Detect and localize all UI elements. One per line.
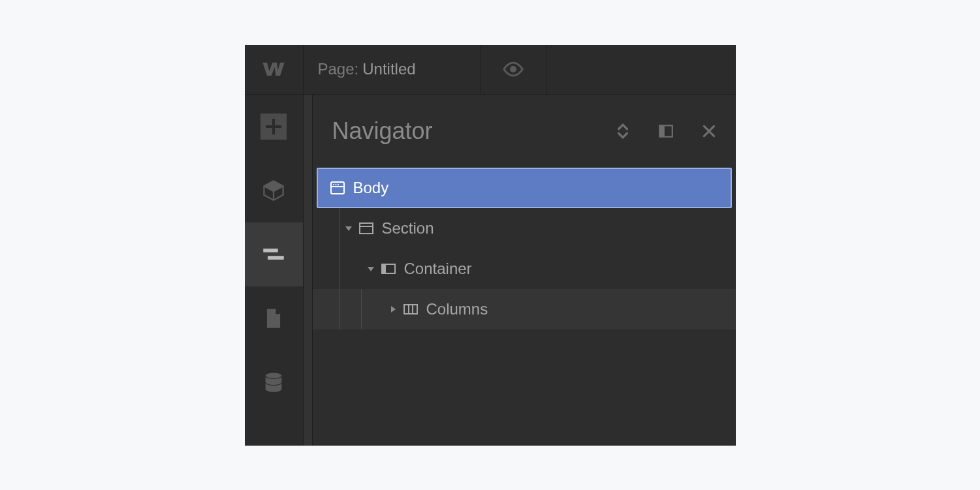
tree-item-section[interactable]: Section <box>313 208 736 249</box>
page-label-prefix: Page: <box>318 60 359 78</box>
navigator-panel: Navigator <box>313 95 736 446</box>
svg-rect-17 <box>382 264 386 273</box>
panel-dock-icon <box>657 123 674 140</box>
tree-item-body[interactable]: Body <box>317 168 732 208</box>
columns-icon <box>403 301 419 317</box>
collapse-all-button[interactable] <box>613 121 633 141</box>
svg-rect-3 <box>266 125 281 128</box>
svg-rect-9 <box>331 182 344 194</box>
close-panel-button[interactable] <box>699 121 719 141</box>
tree-item-label: Container <box>404 260 472 278</box>
preview-button[interactable] <box>481 45 546 95</box>
main-area: Navigator <box>245 95 736 446</box>
tree-item-label: Body <box>353 179 389 197</box>
svg-rect-8 <box>659 125 665 136</box>
plus-square-icon <box>259 112 288 141</box>
page-title: Untitled <box>362 60 415 78</box>
database-icon <box>262 371 285 394</box>
dock-panel-button[interactable] <box>656 121 676 141</box>
add-elements-button[interactable] <box>245 95 303 159</box>
page-selector[interactable]: Page: Untitled <box>304 45 481 95</box>
svg-rect-4 <box>263 249 278 253</box>
disclosure-triangle[interactable] <box>344 224 353 232</box>
page-icon <box>262 307 285 330</box>
svg-point-11 <box>335 184 336 185</box>
svg-rect-18 <box>404 305 417 314</box>
navigator-button[interactable] <box>245 222 303 286</box>
close-icon <box>701 123 718 140</box>
section-icon <box>358 221 374 236</box>
panel-title: Navigator <box>332 117 613 145</box>
top-bar-spacer <box>546 45 736 95</box>
collapse-icon <box>614 123 631 140</box>
svg-rect-14 <box>360 223 373 234</box>
svg-point-12 <box>338 184 339 185</box>
cms-button[interactable] <box>245 350 303 414</box>
disclosure-triangle[interactable] <box>366 265 375 273</box>
app-window: Page: Untitled <box>245 45 736 446</box>
navigator-icon <box>262 243 285 266</box>
left-rail <box>245 95 304 446</box>
panel-grip[interactable] <box>304 95 313 446</box>
svg-rect-5 <box>268 256 284 260</box>
symbols-button[interactable] <box>245 159 303 222</box>
svg-point-10 <box>333 184 334 185</box>
pages-button[interactable] <box>245 286 303 350</box>
tree-item-label: Columns <box>426 300 488 318</box>
cube-icon <box>262 179 285 202</box>
container-icon <box>381 261 396 277</box>
tree-item-label: Section <box>382 219 434 237</box>
top-bar: Page: Untitled <box>245 45 736 95</box>
tree-item-columns[interactable]: Columns <box>313 289 736 329</box>
panel-actions <box>613 121 719 141</box>
logo-button[interactable] <box>245 45 304 95</box>
eye-icon <box>502 58 524 80</box>
tree-item-container[interactable]: Container <box>313 249 736 289</box>
svg-point-0 <box>510 66 516 72</box>
webflow-logo-icon <box>261 56 287 82</box>
disclosure-triangle[interactable] <box>388 305 398 313</box>
panel-header: Navigator <box>313 95 736 168</box>
navigator-tree: Body Section <box>313 168 736 446</box>
body-icon <box>330 180 345 196</box>
